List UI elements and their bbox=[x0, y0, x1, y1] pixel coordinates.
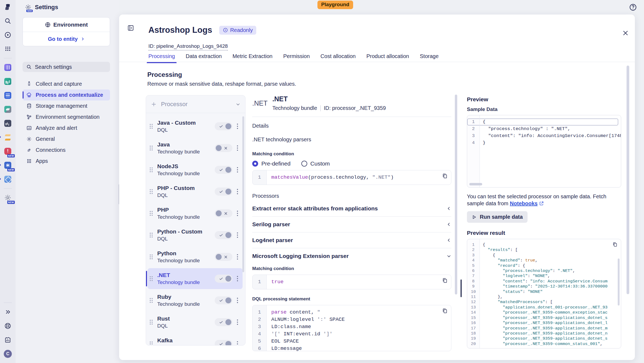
hub-app-icon[interactable] bbox=[2, 174, 13, 185]
drag-handle-icon[interactable] bbox=[150, 124, 155, 129]
drag-handle-icon[interactable] bbox=[150, 146, 155, 150]
usage-chart-icon[interactable] bbox=[2, 335, 13, 345]
processor-list-scrollbar[interactable] bbox=[242, 116, 244, 272]
drag-handle-icon[interactable] bbox=[150, 342, 155, 346]
dynatrace-logo-icon[interactable] bbox=[2, 2, 13, 12]
expand-rail-icon[interactable] bbox=[2, 307, 13, 317]
row-menu-icon[interactable] bbox=[234, 339, 241, 346]
add-processor-button[interactable]: Processor bbox=[146, 95, 245, 113]
accordion-serilog-parser[interactable]: Serilog parser bbox=[252, 217, 451, 232]
panel-resize-handle[interactable] bbox=[460, 279, 462, 297]
enabled-toggle[interactable] bbox=[215, 144, 232, 152]
user-avatar[interactable]: C bbox=[2, 348, 13, 359]
accordion-log4net-parser[interactable]: Log4net parser bbox=[252, 232, 451, 248]
sidebar-item-general[interactable]: General bbox=[23, 134, 110, 145]
chevron-down-icon bbox=[236, 102, 240, 107]
dashboards-app-icon[interactable] bbox=[2, 76, 13, 87]
dql-statement-code[interactable]: 1parse content, "2ALNUM:loglevel ':' SPA… bbox=[252, 305, 451, 351]
sample-data-editor[interactable]: 1{2 "process.technology" : ".NET",3 "con… bbox=[467, 115, 621, 188]
enabled-toggle[interactable] bbox=[215, 318, 232, 326]
settings-app-icon[interactable]: NEW bbox=[2, 192, 13, 203]
row-menu-icon[interactable] bbox=[234, 274, 241, 283]
row-menu-icon[interactable] bbox=[234, 231, 241, 240]
drag-handle-icon[interactable] bbox=[150, 233, 155, 238]
enabled-toggle[interactable] bbox=[215, 188, 232, 196]
help-icon[interactable] bbox=[629, 3, 637, 11]
row-menu-icon[interactable] bbox=[234, 122, 241, 131]
sidebar-item-environment-segmentation[interactable]: Environment segmentation bbox=[23, 112, 110, 123]
drag-handle-icon[interactable] bbox=[150, 320, 155, 325]
copy-icon[interactable] bbox=[612, 242, 618, 247]
drag-handle-icon[interactable] bbox=[150, 298, 155, 303]
enabled-toggle[interactable] bbox=[215, 296, 232, 304]
search-settings-input[interactable]: Search settings bbox=[23, 62, 110, 72]
close-icon[interactable] bbox=[622, 30, 629, 37]
processor-row: JavaTechnology bundle bbox=[148, 138, 243, 159]
copy-icon[interactable] bbox=[442, 278, 448, 283]
apps-grid-icon[interactable] bbox=[2, 44, 13, 54]
drag-handle-icon[interactable] bbox=[150, 189, 155, 194]
rail-divider bbox=[4, 58, 12, 58]
traces-app-icon[interactable] bbox=[2, 104, 13, 115]
run-sample-data-button[interactable]: Run sample data bbox=[467, 211, 528, 223]
chart-frame-icon bbox=[26, 125, 32, 131]
accordion-ms-logging-extension[interactable]: Microsoft Logging Extension parser bbox=[252, 248, 451, 264]
row-menu-icon[interactable] bbox=[234, 143, 241, 153]
radio-custom[interactable]: Custom bbox=[301, 160, 330, 167]
radio-predefined[interactable]: Pre-defined bbox=[252, 160, 291, 167]
play-icon bbox=[472, 215, 477, 220]
sidebar-item-collect-and-capture[interactable]: Collect and capture bbox=[23, 78, 110, 89]
row-menu-icon[interactable] bbox=[234, 318, 241, 327]
copy-icon[interactable] bbox=[442, 173, 448, 179]
drawer-scrollbar[interactable] bbox=[627, 66, 629, 294]
drag-handle-icon[interactable] bbox=[150, 254, 155, 259]
row-menu-icon[interactable] bbox=[234, 296, 241, 305]
support-lifebuoy-icon[interactable] bbox=[2, 321, 13, 331]
pipeline-id[interactable]: ID: pipeline_Astroshop_Logs_9428 bbox=[148, 43, 228, 51]
row-menu-icon[interactable] bbox=[234, 165, 241, 174]
clouds-app-icon[interactable] bbox=[2, 62, 13, 73]
drag-handle-icon[interactable] bbox=[150, 276, 155, 281]
drag-handle-icon[interactable] bbox=[150, 211, 155, 216]
workflows-app-icon[interactable] bbox=[2, 90, 13, 101]
enabled-toggle[interactable] bbox=[215, 231, 232, 239]
sidebar-item-apps[interactable]: Apps bbox=[23, 156, 110, 167]
kubernetes-app-icon[interactable]: NEW bbox=[2, 160, 13, 171]
sidebar-item-analyze-and-alert[interactable]: Analyze and alert bbox=[23, 123, 110, 134]
sidebar-item-storage-management[interactable]: Storage management bbox=[23, 100, 110, 112]
row-menu-icon[interactable] bbox=[234, 187, 241, 196]
enabled-toggle[interactable] bbox=[215, 166, 232, 174]
processor-description: .NET technology parsers bbox=[252, 136, 451, 143]
preview-result-editor[interactable]: 1{2 "results": [3 {4 "matched": true,5 "… bbox=[467, 239, 621, 348]
logs-app-icon[interactable] bbox=[2, 132, 13, 143]
sidebar-item-connections[interactable]: Connections bbox=[23, 145, 110, 156]
enabled-toggle[interactable] bbox=[215, 275, 232, 283]
search-icon[interactable] bbox=[2, 16, 13, 26]
go-to-entity-link[interactable]: Go to entity bbox=[23, 32, 110, 46]
monitoring-app-icon[interactable] bbox=[2, 118, 13, 129]
copy-icon[interactable] bbox=[442, 308, 448, 314]
detail-scrollbar[interactable] bbox=[455, 95, 457, 294]
ml-matching-code[interactable]: 1true bbox=[252, 275, 451, 289]
settings-header: NEW Settings bbox=[25, 4, 58, 11]
collapse-panel-icon[interactable] bbox=[127, 24, 134, 31]
row-menu-icon[interactable] bbox=[234, 252, 241, 261]
enabled-toggle[interactable] bbox=[215, 253, 232, 261]
accordion-extract-error-stack[interactable]: Extract error stack attributes from appl… bbox=[252, 201, 451, 216]
processor-row: Python - CustomDQL bbox=[148, 225, 243, 246]
enabled-toggle[interactable] bbox=[215, 340, 232, 346]
play-circle-icon[interactable] bbox=[2, 30, 13, 40]
alerts-app-icon[interactable]: NEW bbox=[2, 146, 13, 157]
drag-handle-icon[interactable] bbox=[150, 167, 155, 172]
vertical-scrollbar[interactable] bbox=[618, 258, 620, 306]
horizontal-scrollbar[interactable] bbox=[469, 183, 482, 185]
notebooks-link[interactable]: Notebooks bbox=[510, 200, 537, 206]
x-icon bbox=[224, 146, 228, 150]
check-icon bbox=[219, 342, 223, 346]
matching-condition-code[interactable]: 1matchesValue(process.technology, ".NET"… bbox=[252, 170, 451, 185]
sidebar-item-process-and-contextualize[interactable]: Process and contextualize bbox=[23, 89, 110, 100]
enabled-toggle[interactable] bbox=[215, 122, 232, 130]
rail-divider bbox=[4, 188, 12, 189]
enabled-toggle[interactable] bbox=[215, 209, 232, 217]
row-menu-icon[interactable] bbox=[234, 209, 241, 218]
